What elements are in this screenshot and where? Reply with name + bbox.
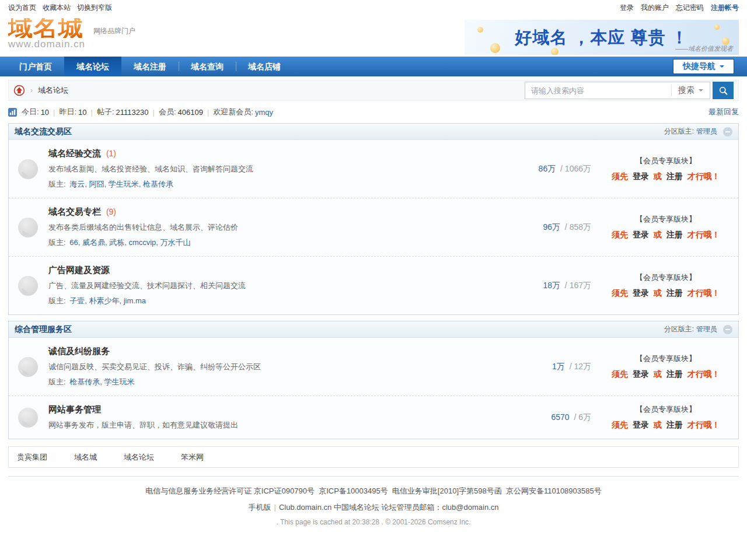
search-button[interactable] (713, 82, 734, 99)
moderators-label: 版主: (48, 377, 66, 386)
forum-title-link[interactable]: 域名交易专栏 (48, 206, 101, 216)
notice-pre: 须先 (612, 369, 628, 379)
notice-login-link[interactable]: 登录 (633, 230, 649, 239)
friend-links-bar: 贵宾集团 域名城 域名论坛 笨米网 (8, 446, 739, 468)
member-only-notice: 【会员专享版块】 须先 登录 或 注册 才行哦！ (599, 156, 732, 182)
post-count: / 12万 (570, 362, 591, 371)
logo-domain: www.domain.cn (8, 38, 85, 50)
notice-register-link[interactable]: 注册 (666, 369, 683, 379)
section-title[interactable]: 综合管理服务区 (15, 324, 72, 335)
collapse-icon[interactable] (723, 127, 732, 136)
notice-or: 或 (654, 369, 662, 379)
footer-cache-line: . This page is cached at 20:38:28 . © 20… (0, 518, 747, 526)
site-header: 域名城 www.domain.cn 网络品牌门户 好域名 ，本应 尊贵 ！ ——… (8, 18, 739, 57)
notice-login-link[interactable]: 登录 (633, 288, 649, 298)
nav-tab-domain-forum[interactable]: 域名论坛 (64, 57, 121, 76)
section-moderator-label: 分区版主: (664, 324, 694, 334)
notice-pre: 须先 (612, 172, 628, 181)
coin-icon (714, 24, 720, 30)
narrow-version-link[interactable]: 切换到窄版 (77, 3, 112, 13)
thread-count: 86万 (539, 164, 556, 173)
notice-login-link[interactable]: 登录 (633, 369, 649, 379)
forum-new-count: (9) (106, 207, 116, 216)
nav-tab-domain-register[interactable]: 域名注册 (121, 57, 179, 76)
stat-yesterday-label: 昨日: (59, 107, 76, 117)
forum-description: 发布各类后缀域名的出售转让信息、域名展示、评论估价 (48, 222, 489, 233)
notice-or: 或 (654, 230, 662, 239)
forum-moderators: 版主: 子壹, 朴素少年, jim.ma (48, 296, 489, 306)
new-member-link[interactable]: ymqy (255, 108, 273, 117)
ad-banner[interactable]: 好域名 ，本应 尊贵 ！ ——域名价值发现者 (465, 20, 739, 55)
thread-count: 18万 (543, 281, 560, 290)
footer-separator: | (274, 503, 276, 512)
friend-link-domain-forum[interactable]: 域名论坛 (124, 452, 154, 463)
moderator-links[interactable]: 子壹, 朴素少年, jim.ma (69, 296, 146, 305)
forgot-password-link[interactable]: 忘记密码 (676, 3, 704, 13)
friend-link-benmi[interactable]: 笨米网 (181, 452, 204, 463)
member-only-notice: 【会员专享版块】 须先 登录 或 注册 才行哦！ (599, 214, 732, 240)
friend-link-domain-city[interactable]: 域名城 (74, 452, 97, 463)
forum-stats: 6570 / 6万 (489, 412, 591, 423)
footer: 电信与信息服务业务经营许可证 京ICP证090790号 京ICP备1000349… (0, 477, 747, 544)
thread-count: 96万 (543, 222, 560, 232)
forum-title-link[interactable]: 诚信及纠纷服务 (48, 346, 110, 356)
notice-register-link[interactable]: 注册 (666, 288, 683, 298)
nav-tab-portal-home[interactable]: 门户首页 (7, 57, 64, 76)
my-account-link[interactable]: 我的账户 (641, 3, 669, 13)
breadcrumb-bar: › 域名论坛 搜索 (8, 80, 739, 101)
mobile-version-link[interactable]: 手机版 (249, 503, 271, 512)
quick-nav-button[interactable]: 快捷导航 (673, 59, 734, 74)
forum-title-link[interactable]: 域名经验交流 (48, 148, 101, 158)
section-moderator-link[interactable]: 管理员 (696, 127, 717, 136)
notice-pre: 须先 (612, 288, 628, 298)
latest-reply-link[interactable]: 最新回复 (708, 107, 739, 117)
search-area: 搜索 (525, 82, 734, 99)
coin-icon (477, 27, 483, 33)
moderator-links[interactable]: 66, 威名鼎, 武栋, cmccvip, 万水千山 (69, 238, 190, 247)
bookmark-site-link[interactable]: 收藏本站 (43, 3, 71, 13)
home-icon[interactable] (13, 85, 25, 96)
forum-title-link[interactable]: 广告网建及资源 (48, 265, 110, 275)
logo-tagline: 网络品牌门户 (93, 26, 135, 36)
search-scope-select[interactable]: 搜索 (671, 85, 710, 96)
notice-login-link[interactable]: 登录 (633, 172, 649, 181)
search-icon (718, 86, 728, 96)
forum-row: 广告网建及资源 广告、流量及网建经验交流、技术问题探讨、相关问题交流 版主: 子… (9, 257, 738, 314)
notice-register-link[interactable]: 注册 (666, 420, 683, 429)
stat-members-label: 会员: (159, 107, 176, 117)
forum-info: 域名经验交流 (1) 发布域名新闻、域名投资经验、域名知识、咨询解答问题交流 版… (48, 148, 489, 190)
section-header: 综合管理服务区 分区版主: 管理员 (9, 321, 738, 338)
section-title[interactable]: 域名交流交易区 (15, 127, 72, 137)
moderator-links[interactable]: 海云, 阿囧, 学生玩米, 枪基传承 (69, 180, 173, 188)
collapse-icon[interactable] (723, 325, 732, 334)
notice-suffix: 才行哦！ (687, 230, 720, 239)
nav-tab-domain-query[interactable]: 域名查询 (179, 57, 236, 76)
notice-suffix: 才行哦！ (687, 420, 720, 429)
nav-tab-domain-shop[interactable]: 域名店铺 (236, 57, 293, 76)
footer-admin-mail: 论坛管理员邮箱：club@domain.cn (381, 503, 498, 512)
search-input[interactable] (525, 86, 671, 95)
section-moderator-link[interactable]: 管理员 (696, 324, 717, 334)
chevron-down-icon (720, 65, 724, 70)
set-homepage-link[interactable]: 设为首页 (8, 3, 36, 13)
notice-login-link[interactable]: 登录 (633, 420, 649, 429)
forum-title-link[interactable]: 网站事务管理 (48, 404, 101, 414)
notice-register-link[interactable]: 注册 (666, 172, 683, 181)
moderator-links[interactable]: 枪基传承, 学生玩米 (69, 377, 134, 386)
friend-link-guibin-group[interactable]: 贵宾集团 (17, 452, 47, 463)
register-link[interactable]: 注册帐号 (711, 3, 739, 13)
forum-row: 域名交易专栏 (9) 发布各类后缀域名的出售转让信息、域名展示、评论估价 版主:… (9, 198, 738, 257)
bar-chart-icon (8, 108, 17, 117)
notice-register-link[interactable]: 注册 (666, 230, 683, 239)
breadcrumb-current[interactable]: 域名论坛 (38, 85, 68, 96)
search-box: 搜索 (525, 82, 710, 99)
logo-block: 域名城 www.domain.cn (8, 18, 85, 50)
stat-yesterday-value: 10 (78, 108, 86, 117)
speech-bubble-icon (18, 276, 38, 296)
stat-separator: | (53, 108, 55, 117)
forum-moderators: 版主: 66, 威名鼎, 武栋, cmccvip, 万水千山 (48, 237, 489, 248)
forum-new-count: (1) (106, 149, 116, 158)
login-link[interactable]: 登录 (620, 3, 634, 13)
forum-stats: 96万 / 858万 (489, 222, 591, 233)
banner-subtitle: ——域名价值发现者 (675, 44, 733, 53)
